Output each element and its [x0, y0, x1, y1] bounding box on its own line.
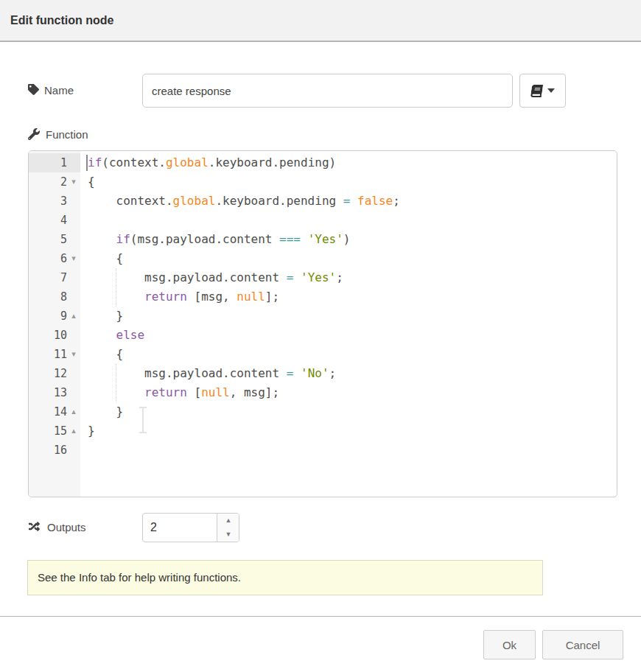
gutter-row: 2▾	[29, 172, 80, 192]
code-line: return [null, msg];	[80, 383, 617, 402]
spinner-buttons: ▲ ▼	[217, 514, 239, 542]
code-line: else	[80, 326, 617, 345]
name-label: Name	[44, 84, 74, 97]
line-number: 1	[29, 153, 80, 172]
code-editor[interactable]: 12▾3456▾789▴1011▾121314▴15▴16 if(context…	[28, 150, 617, 497]
fold-toggle-icon[interactable]: ▴	[69, 402, 79, 421]
shuffle-icon	[28, 521, 41, 532]
line-number: 3	[29, 192, 80, 211]
code-line	[80, 211, 617, 230]
code-line: return [msg, null];	[80, 287, 617, 307]
caret-down-icon	[547, 88, 555, 93]
code-line: context.global.keyboard.pending = false;	[80, 192, 617, 211]
gutter-row: 5	[29, 230, 80, 249]
gutter-row: 1	[29, 153, 80, 172]
gutter-row: 7	[29, 268, 80, 287]
gutter-row: 9▴	[29, 307, 80, 326]
line-number: 10	[29, 326, 80, 345]
line-number: 13	[29, 383, 80, 402]
form-tip-box: See the Info tab for help writing functi…	[27, 560, 543, 595]
code-line	[80, 441, 617, 460]
line-number: 5	[29, 230, 80, 249]
line-number: 16	[29, 441, 80, 460]
gutter-row: 13	[29, 383, 80, 402]
gutter-row: 4	[29, 211, 80, 230]
line-number: 8	[29, 287, 80, 307]
gutter-row: 8	[29, 287, 80, 307]
dialog-title: Edit function node	[10, 0, 113, 41]
code-line: msg.payload.content = 'No';	[80, 364, 617, 383]
fold-toggle-icon[interactable]: ▴	[69, 421, 79, 441]
mouse-ibeam-pointer	[138, 406, 148, 434]
fold-toggle-icon[interactable]: ▾	[69, 345, 79, 364]
code-line: msg.payload.content = 'Yes';	[80, 268, 617, 287]
code-line: {	[80, 345, 617, 364]
library-button[interactable]	[519, 74, 566, 108]
line-number: 12	[29, 364, 80, 383]
code-line: {	[80, 172, 617, 192]
code-line: }	[80, 402, 617, 421]
outputs-label: Outputs	[47, 521, 86, 533]
gutter-row: 15▴	[29, 421, 80, 441]
text-cursor	[86, 155, 88, 171]
gutter-row: 3	[29, 192, 80, 211]
code-line: {	[80, 249, 617, 268]
gutter-row: 14▴	[29, 402, 80, 421]
code-line: }	[80, 421, 617, 441]
gutter-row: 10	[29, 326, 80, 345]
footer-divider	[0, 616, 641, 617]
book-icon	[531, 85, 542, 97]
ok-button[interactable]: Ok	[483, 630, 536, 659]
code-line: }	[80, 307, 617, 326]
gutter-row: 6▾	[29, 249, 80, 268]
wrench-icon	[28, 128, 40, 140]
gutter-row: 12	[29, 364, 80, 383]
spinner-up-button[interactable]: ▲	[217, 514, 239, 528]
outputs-input[interactable]	[143, 514, 217, 542]
editor-code-area: if(context.global.keyboard.pending){ con…	[80, 151, 617, 497]
code-line: if(context.global.keyboard.pending)	[80, 153, 617, 172]
cancel-button[interactable]: Cancel	[542, 630, 623, 659]
form-tip-text: See the Info tab for help writing functi…	[38, 561, 241, 595]
editor-gutter: 12▾3456▾789▴1011▾121314▴15▴16	[29, 151, 80, 497]
gutter-row: 16	[29, 441, 80, 460]
fold-toggle-icon[interactable]: ▾	[69, 172, 79, 192]
code-line: if(msg.payload.content === 'Yes')	[80, 230, 617, 249]
line-number: 7	[29, 268, 80, 287]
indent-guide	[116, 364, 116, 402]
fold-toggle-icon[interactable]: ▾	[69, 249, 79, 268]
tag-icon	[28, 84, 39, 95]
outputs-spinner: ▲ ▼	[142, 513, 239, 542]
fold-toggle-icon[interactable]: ▴	[69, 307, 79, 326]
name-input[interactable]	[142, 74, 513, 108]
gutter-row: 11▾	[29, 345, 80, 364]
function-label: Function	[46, 128, 88, 141]
dialog-header: Edit function node	[0, 0, 641, 42]
spinner-down-button[interactable]: ▼	[217, 528, 239, 542]
edit-function-node-dialog: Edit function node Name Function 12▾3456…	[0, 0, 641, 672]
line-number: 4	[29, 211, 80, 230]
indent-guide	[116, 268, 116, 307]
